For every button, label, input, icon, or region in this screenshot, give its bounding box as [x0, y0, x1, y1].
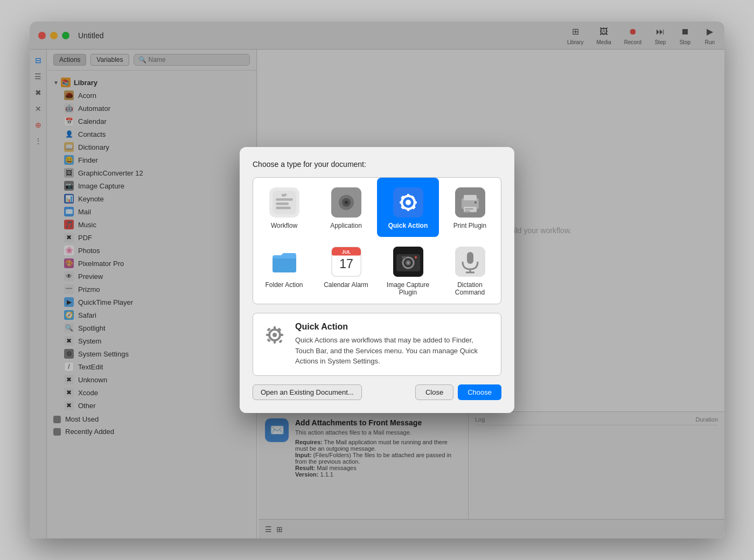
- svg-rect-44: [274, 326, 276, 330]
- print-plugin-icon: [455, 187, 485, 218]
- description-box: Quick Action Quick Actions are workflows…: [253, 313, 501, 376]
- workflow-label: Workflow: [271, 222, 297, 229]
- image-capture-plugin-label: Image CapturePlugin: [387, 281, 429, 296]
- svg-rect-25: [465, 211, 470, 212]
- doc-type-print-plugin[interactable]: Print Plugin: [439, 178, 501, 237]
- svg-rect-45: [274, 340, 276, 344]
- document-type-dialog: Choose a type for your document: WF: [240, 147, 514, 413]
- quick-action-label: Quick Action: [388, 222, 428, 229]
- svg-rect-39: [467, 252, 473, 264]
- svg-rect-1: [276, 198, 292, 201]
- svg-point-26: [474, 201, 477, 204]
- open-existing-button[interactable]: Open an Existing Document...: [253, 384, 362, 400]
- doc-type-calendar-alarm[interactable]: JUL 17 Calendar Alarm: [315, 237, 377, 304]
- dictation-command-label: Dictation Command: [444, 281, 495, 296]
- choose-button[interactable]: Choose: [458, 384, 501, 400]
- svg-rect-15: [414, 201, 417, 204]
- application-label: Application: [330, 222, 362, 229]
- svg-text:JUL: JUL: [341, 249, 351, 255]
- doc-type-image-capture-plugin[interactable]: Image CapturePlugin: [377, 237, 439, 304]
- folder-action-icon: [269, 247, 299, 277]
- svg-point-11: [406, 200, 411, 205]
- workflow-icon: WF: [269, 187, 299, 218]
- svg-point-37: [415, 256, 417, 258]
- image-capture-plugin-icon: [393, 247, 423, 277]
- calendar-alarm-icon: JUL 17: [331, 247, 361, 277]
- svg-rect-14: [400, 201, 403, 204]
- svg-point-43: [273, 333, 277, 337]
- svg-rect-47: [280, 334, 283, 336]
- dialog-overlay: Choose a type for your document: WF: [30, 22, 724, 538]
- doc-type-quick-action[interactable]: Quick Action: [377, 178, 439, 237]
- main-window: Untitled ⊞ Library 🖼 Media ⏺ Record ⏭ St…: [30, 22, 724, 538]
- svg-rect-13: [407, 208, 409, 211]
- folder-action-label: Folder Action: [265, 281, 303, 289]
- calendar-alarm-label: Calendar Alarm: [324, 281, 368, 289]
- svg-point-35: [407, 262, 409, 264]
- svg-rect-49: [278, 340, 282, 344]
- doc-type-folder-action[interactable]: Folder Action: [253, 237, 315, 304]
- print-plugin-label: Print Plugin: [453, 222, 486, 229]
- close-button[interactable]: Close: [415, 384, 453, 400]
- desc-gear-icon: [262, 322, 288, 348]
- btn-group: Close Choose: [415, 384, 501, 400]
- svg-rect-3: [276, 207, 291, 209]
- dialog-buttons: Open an Existing Document... Close Choos…: [253, 384, 501, 400]
- desc-content: Quick Action Quick Actions are workflows…: [295, 322, 492, 367]
- doc-types-grid: WF Workflow Applicat: [253, 177, 501, 304]
- desc-title: Quick Action: [295, 322, 492, 332]
- svg-rect-2: [276, 202, 289, 205]
- svg-rect-46: [266, 334, 269, 336]
- svg-rect-36: [402, 256, 406, 258]
- svg-rect-24: [465, 208, 473, 209]
- doc-type-application[interactable]: Application: [315, 178, 377, 237]
- quick-action-icon: [393, 187, 423, 218]
- desc-body: Quick Actions are workflows that may be …: [295, 335, 492, 367]
- dictation-command-icon: [455, 247, 485, 277]
- svg-text:17: 17: [339, 257, 353, 271]
- doc-type-workflow[interactable]: WF Workflow: [253, 178, 315, 237]
- svg-rect-22: [464, 195, 477, 200]
- dialog-title: Choose a type for your document:: [253, 160, 501, 169]
- svg-text:WF: WF: [282, 193, 287, 197]
- svg-rect-12: [407, 194, 409, 197]
- doc-type-dictation-command[interactable]: Dictation Command: [439, 237, 501, 304]
- application-icon: [331, 187, 361, 218]
- svg-point-8: [345, 201, 348, 204]
